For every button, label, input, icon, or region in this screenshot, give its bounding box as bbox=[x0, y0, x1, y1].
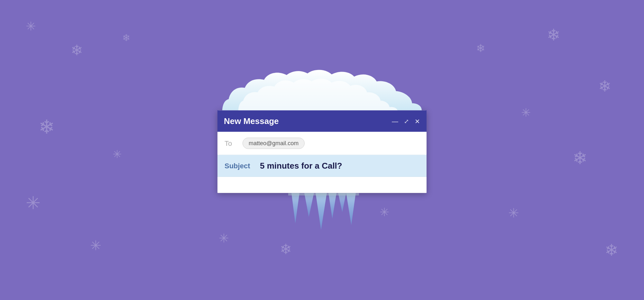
snowflake-5: ✳ bbox=[90, 238, 101, 253]
expand-button[interactable]: ⤢ bbox=[404, 118, 409, 124]
cloud-decoration bbox=[213, 69, 431, 110]
minimize-button[interactable]: — bbox=[392, 118, 398, 124]
icicles-decoration bbox=[217, 193, 427, 232]
main-content: New Message — ⤢ ✕ To matteo@gmail.com Su… bbox=[213, 69, 431, 232]
svg-marker-1 bbox=[304, 193, 314, 217]
to-row: To matteo@gmail.com bbox=[217, 132, 427, 155]
snowflake-2: ❄ bbox=[71, 42, 83, 59]
snowflake-8: ❄ bbox=[573, 148, 587, 168]
svg-marker-2 bbox=[316, 193, 327, 230]
snowflake-11: ❄ bbox=[280, 241, 292, 257]
snowflake-4: ✳ bbox=[26, 193, 41, 213]
dialog-title: New Message bbox=[224, 116, 279, 126]
email-body[interactable] bbox=[217, 177, 427, 193]
snowflake-7: ❄ bbox=[598, 77, 611, 95]
snowflake-13: ❄ bbox=[122, 32, 130, 43]
snowflake-17: ✳ bbox=[113, 148, 122, 161]
snowflake-15: ❄ bbox=[605, 241, 618, 260]
dialog-header: New Message — ⤢ ✕ bbox=[217, 110, 427, 132]
svg-marker-0 bbox=[291, 193, 299, 224]
subject-label: Subject bbox=[225, 162, 253, 170]
snowflake-16: ✳ bbox=[521, 106, 531, 119]
dialog-controls: — ⤢ ✕ bbox=[392, 118, 420, 124]
svg-marker-4 bbox=[338, 193, 346, 212]
snowflake-14: ❄ bbox=[476, 42, 485, 55]
snowflake-6: ❄ bbox=[547, 26, 560, 44]
to-label: To bbox=[225, 139, 237, 147]
snowflake-9: ✳ bbox=[508, 206, 519, 220]
snowflake-1: ✳ bbox=[26, 19, 36, 33]
snowflake-10: ✳ bbox=[219, 231, 229, 245]
svg-marker-5 bbox=[346, 193, 356, 225]
email-dialog: New Message — ⤢ ✕ To matteo@gmail.com Su… bbox=[217, 110, 427, 193]
close-button[interactable]: ✕ bbox=[415, 118, 420, 124]
svg-marker-3 bbox=[328, 193, 336, 219]
snowflake-3: ❄ bbox=[39, 116, 55, 138]
subject-text: 5 minutes for a Call? bbox=[260, 161, 342, 171]
svg-rect-6 bbox=[288, 193, 359, 196]
to-email-chip[interactable]: matteo@gmail.com bbox=[243, 138, 305, 149]
subject-row: Subject 5 minutes for a Call? bbox=[217, 155, 427, 177]
